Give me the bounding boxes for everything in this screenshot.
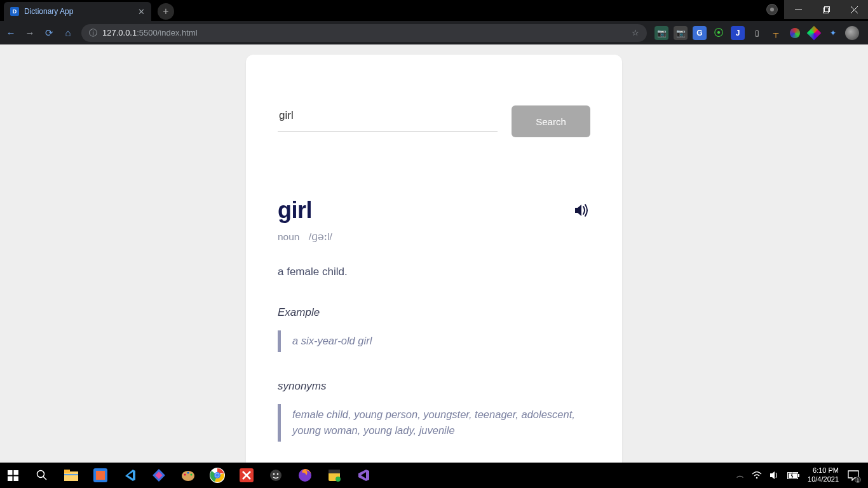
tab-strip: D Dictionary App ✕ +: [0, 0, 868, 21]
system-tray: ︿ 6:10 PM 10/4/2021 1: [736, 466, 863, 484]
svg-rect-13: [96, 471, 105, 480]
part-of-speech: noun: [278, 231, 299, 242]
synonyms-heading: synonyms: [278, 380, 590, 393]
new-tab-button[interactable]: +: [158, 3, 174, 20]
app-icon[interactable]: [151, 468, 166, 483]
svg-rect-9: [64, 471, 78, 481]
extension-icon[interactable]: [788, 26, 802, 40]
example-text: a six-year-old girl: [278, 330, 590, 352]
notifications-icon[interactable]: 1: [846, 468, 860, 482]
browser-chrome: D Dictionary App ✕ + ← → ⟳ ⌂ ⓘ 127.0.0.1…: [0, 0, 868, 44]
close-window-button[interactable]: [840, 0, 868, 19]
extension-icon[interactable]: 📷: [674, 26, 688, 40]
file-explorer-icon[interactable]: [64, 468, 79, 483]
definition-text: a female child.: [278, 266, 590, 278]
taskbar-apps: [5, 468, 371, 483]
url-text: 127.0.0.1:5500/index.html: [102, 28, 198, 37]
address-bar[interactable]: ⓘ 127.0.0.1:5500/index.html ☆: [81, 24, 647, 42]
app-icon[interactable]: [268, 468, 283, 483]
reload-icon[interactable]: ⟳: [43, 27, 55, 39]
svg-line-8: [43, 477, 46, 480]
svg-point-19: [191, 474, 193, 476]
phonetic: /ɡəːl/: [309, 231, 332, 242]
result-block: girl noun /ɡəːl/ a female child. Example…: [278, 197, 590, 442]
svg-rect-34: [798, 474, 799, 477]
app-icon[interactable]: [327, 468, 342, 483]
page-viewport: Search girl noun /ɡəːl/ a female child. …: [0, 44, 868, 463]
taskbar: ︿ 6:10 PM 10/4/2021 1: [0, 463, 868, 488]
svg-point-26: [273, 473, 275, 475]
synonyms-text: female child, young person, youngster, t…: [278, 404, 590, 442]
start-button[interactable]: [5, 468, 20, 483]
toolbar: ← → ⟳ ⌂ ⓘ 127.0.0.1:5500/index.html ☆ 📷 …: [0, 21, 868, 44]
extension-icon[interactable]: 📷: [654, 26, 668, 40]
notification-badge: 1: [855, 477, 861, 483]
search-row: Search: [278, 105, 590, 137]
svg-rect-0: [795, 10, 802, 10]
extensions-row: 📷 📷 G ⦿ J ▯ ┬ ✦: [654, 26, 863, 40]
svg-rect-35: [789, 473, 797, 478]
svg-rect-2: [824, 6, 829, 11]
paint-icon[interactable]: [180, 468, 196, 483]
search-button[interactable]: Search: [512, 105, 590, 137]
forward-icon[interactable]: →: [24, 27, 36, 38]
clock-date: 10/4/2021: [808, 475, 839, 484]
word-input[interactable]: [278, 105, 498, 132]
browser-tab[interactable]: D Dictionary App ✕: [4, 2, 151, 21]
window-controls: [760, 0, 868, 19]
wifi-icon[interactable]: [752, 471, 762, 479]
firefox-icon[interactable]: [297, 468, 313, 483]
dictionary-card: Search girl noun /ɡəːl/ a female child. …: [246, 55, 622, 480]
svg-rect-5: [8, 476, 13, 481]
tray-chevron-icon[interactable]: ︿: [736, 470, 744, 481]
account-indicator-icon[interactable]: [760, 0, 784, 19]
word-row: girl: [278, 197, 590, 224]
svg-point-31: [336, 477, 341, 482]
visual-studio-icon[interactable]: [356, 468, 371, 483]
svg-point-23: [215, 473, 219, 477]
tab-title: Dictionary App: [24, 7, 133, 16]
svg-point-27: [277, 473, 279, 475]
bookmark-star-icon[interactable]: ☆: [632, 28, 639, 37]
extensions-menu-icon[interactable]: ✦: [826, 26, 840, 40]
pronounce-button[interactable]: [574, 203, 590, 217]
extension-icon[interactable]: ▯: [750, 26, 764, 40]
search-icon[interactable]: [34, 468, 50, 483]
svg-rect-6: [13, 476, 18, 481]
tab-favicon-icon: D: [10, 7, 19, 16]
app-icon[interactable]: [239, 468, 254, 483]
extension-icon[interactable]: J: [731, 26, 745, 40]
minimize-button[interactable]: [784, 0, 812, 19]
vscode-icon[interactable]: [122, 468, 137, 483]
svg-rect-11: [64, 474, 78, 475]
volume-icon[interactable]: [770, 471, 780, 480]
word-meta: noun /ɡəːl/: [278, 231, 590, 243]
result-word: girl: [278, 197, 312, 224]
home-icon[interactable]: ⌂: [62, 27, 74, 38]
site-info-icon[interactable]: ⓘ: [89, 27, 97, 39]
svg-rect-3: [8, 470, 13, 475]
svg-point-32: [756, 477, 758, 479]
svg-point-17: [184, 474, 186, 476]
maximize-button[interactable]: [812, 0, 840, 19]
clock[interactable]: 6:10 PM 10/4/2021: [808, 466, 839, 484]
extension-icon[interactable]: [807, 26, 821, 40]
svg-point-18: [187, 472, 189, 474]
extension-icon[interactable]: G: [693, 26, 707, 40]
svg-point-7: [37, 471, 44, 478]
example-heading: Example: [278, 306, 590, 319]
battery-icon[interactable]: [787, 472, 800, 479]
app-icon[interactable]: [93, 468, 108, 483]
svg-rect-1: [823, 8, 828, 13]
svg-rect-4: [13, 470, 18, 475]
tab-close-icon[interactable]: ✕: [138, 7, 145, 17]
back-icon[interactable]: ←: [5, 27, 17, 38]
svg-rect-10: [64, 470, 70, 473]
clock-time: 6:10 PM: [808, 466, 839, 475]
extension-icon[interactable]: ┬: [769, 26, 783, 40]
extension-icon[interactable]: ⦿: [712, 26, 726, 40]
chrome-icon[interactable]: [210, 468, 225, 483]
svg-point-25: [270, 470, 281, 481]
profile-avatar[interactable]: [845, 26, 859, 40]
svg-rect-30: [329, 470, 340, 473]
